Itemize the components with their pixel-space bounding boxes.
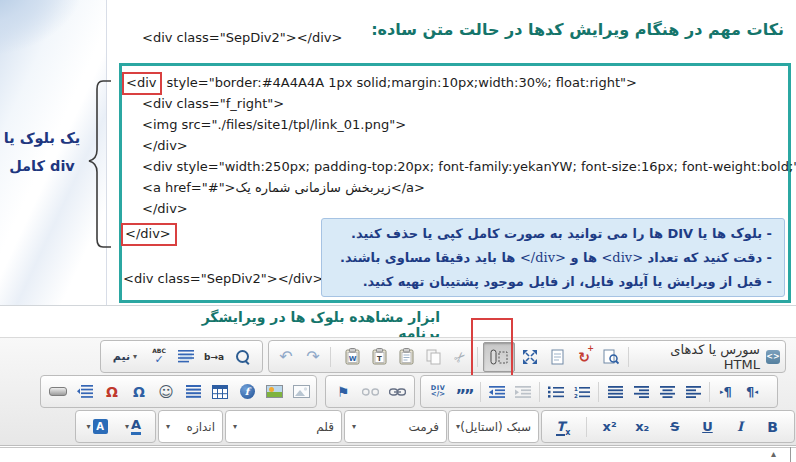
insert-photo-button[interactable] xyxy=(262,379,286,405)
numbered-list-button[interactable]: 1 2 xyxy=(570,379,594,405)
code-line-8: </div> xyxy=(121,226,177,243)
document-properties-button[interactable] xyxy=(545,344,569,370)
text-direction-rtl-button[interactable]: ¶ ◂ xyxy=(740,379,764,405)
link-button[interactable] xyxy=(385,379,409,405)
justify-block-button[interactable] xyxy=(603,379,627,405)
toolbar-group-links: ⚑ xyxy=(325,375,415,408)
note-box: - بلوک ها یا DIV ها را می توانید به صورت… xyxy=(321,218,785,297)
spellcheck-button[interactable]: ABC ✓ xyxy=(147,344,171,370)
paste-button[interactable] xyxy=(394,344,418,370)
source-button-label: سورس یا کدهای HTML xyxy=(638,342,760,372)
remove-format-x: x xyxy=(565,428,570,437)
styles-label: سبک (استایل) xyxy=(460,420,531,434)
font-family-label: قلم xyxy=(316,420,334,434)
bold-button[interactable]: B xyxy=(761,414,785,440)
paste-as-text-button[interactable]: T xyxy=(367,344,391,370)
new-page-button[interactable]: ↻ + xyxy=(572,344,596,370)
code-line-1: <div style="border:#4A4A4A 1px solid;mar… xyxy=(122,75,637,92)
paragraph-lines-icon xyxy=(178,350,194,363)
code-line-6: <a href="#">زیربخش سازمانی شماره یک</a> xyxy=(142,180,425,196)
anchor-button[interactable]: ⚑ xyxy=(331,379,355,405)
omega-red-icon: Ω xyxy=(106,384,118,400)
styles-select[interactable]: ▾ سبک (استایل) xyxy=(448,410,539,443)
text-color-button[interactable]: ▾ A xyxy=(117,414,149,440)
unlink-button[interactable] xyxy=(358,379,382,405)
horizontal-rule-button[interactable] xyxy=(46,379,70,405)
cut-button[interactable]: ✂ xyxy=(448,344,472,370)
decrease-indent-button[interactable] xyxy=(511,379,535,405)
find-button[interactable] xyxy=(230,344,254,370)
blockquote-button[interactable]: ”” xyxy=(452,379,476,405)
source-button[interactable]: سورس یا کدهای HTML <> xyxy=(634,342,780,372)
paragraph-format-label: فرمت xyxy=(408,420,439,434)
bulleted-list-button[interactable] xyxy=(544,379,568,405)
toolbar-group-colors: ▾ A ▾ A xyxy=(75,410,156,443)
indent-increase-icon xyxy=(489,386,505,398)
increase-indent-button[interactable] xyxy=(485,379,509,405)
preview-button[interactable] xyxy=(599,344,623,370)
redo-icon: ↷ xyxy=(306,347,319,366)
font-family-select[interactable]: ▾ قلم xyxy=(225,410,342,443)
undo-button[interactable]: ↶ xyxy=(274,344,298,370)
background-color-button[interactable]: ▾ A xyxy=(81,414,113,440)
justify-icon xyxy=(608,386,623,398)
superscript-button[interactable]: x² xyxy=(598,414,622,440)
maximize-button[interactable] xyxy=(518,344,542,370)
code-line-2: <div class="f_right"> xyxy=(142,96,284,112)
align-center-icon xyxy=(660,386,675,398)
text-direction-button[interactable] xyxy=(73,379,97,405)
align-right-button[interactable] xyxy=(629,379,653,405)
page-break-button[interactable] xyxy=(181,379,205,405)
maximize-icon xyxy=(522,349,538,365)
align-center-button[interactable] xyxy=(655,379,679,405)
half-space-button[interactable]: نیم ▾ xyxy=(106,344,144,370)
paragraph-format-select[interactable]: ▾ فرمت xyxy=(344,410,447,443)
background-color-icon: A xyxy=(93,419,108,434)
create-div-button[interactable]: DIV </> xyxy=(426,379,450,405)
omega-blue-icon: Ω xyxy=(133,384,145,400)
photo-icon xyxy=(266,385,283,398)
anchor-flag-icon: ⚑ xyxy=(337,384,350,400)
note-line-3: - قبل از ویرایش یا آپلود فایل، از فایل م… xyxy=(334,270,772,294)
div-open-red-highlight: <div xyxy=(122,72,162,95)
bidi-lines-icon xyxy=(77,385,93,398)
italic-button[interactable]: I xyxy=(728,414,752,440)
smiley-icon: ☺ xyxy=(158,383,174,401)
tri-left-icon: ◂ xyxy=(754,388,758,396)
smiley-button[interactable]: ☺ xyxy=(154,379,178,405)
align-left-button[interactable] xyxy=(681,379,705,405)
table-icon xyxy=(212,385,228,399)
flash-icon: f xyxy=(240,384,255,399)
remove-format-button[interactable]: Tx xyxy=(551,414,575,440)
redo-button[interactable]: ↷ xyxy=(301,344,325,370)
indent-decrease-icon xyxy=(515,386,531,398)
insert-table-button[interactable] xyxy=(208,379,232,405)
special-symbol-button[interactable]: Ω xyxy=(100,379,124,405)
insert-flash-button[interactable]: f xyxy=(235,379,259,405)
toolbar-group-basic-styles: Tx x² x₂ S U I B xyxy=(541,410,795,443)
toolbar-separator xyxy=(480,382,481,402)
text-direction-ltr-button[interactable]: ▸ ¶ xyxy=(714,379,738,405)
replace-button[interactable]: b→a xyxy=(201,344,227,370)
subscript-button[interactable]: x₂ xyxy=(630,414,654,440)
toolbar-collapse-button[interactable]: ▴ xyxy=(771,448,776,460)
font-size-select[interactable]: ▾ اندازه xyxy=(158,410,223,443)
strikethrough-button[interactable]: S xyxy=(663,414,687,440)
horizontal-rule-icon xyxy=(49,387,67,396)
underline-button[interactable]: U xyxy=(695,414,719,440)
select-paragraph-button[interactable] xyxy=(174,344,198,370)
copy-button[interactable] xyxy=(421,344,445,370)
remove-format-icon: Tx xyxy=(556,416,570,437)
check-icon: ✓ xyxy=(154,354,163,365)
link-icon xyxy=(389,387,406,397)
note-line-2-mid: ها و xyxy=(566,250,602,265)
insert-image-button[interactable] xyxy=(289,379,313,405)
special-character-button[interactable]: Ω xyxy=(127,379,151,405)
pilcrow-icon: ¶ xyxy=(746,384,754,399)
align-left-icon xyxy=(686,386,701,398)
page-title: نکات مهم در هنگام ویرایش کدها در حالت مت… xyxy=(371,20,784,39)
paste-from-word-button[interactable]: W xyxy=(340,344,364,370)
chevron-down-icon: ▾ xyxy=(166,423,170,431)
text-color-icon: A xyxy=(131,418,141,435)
editor-content-area[interactable] xyxy=(0,447,796,462)
